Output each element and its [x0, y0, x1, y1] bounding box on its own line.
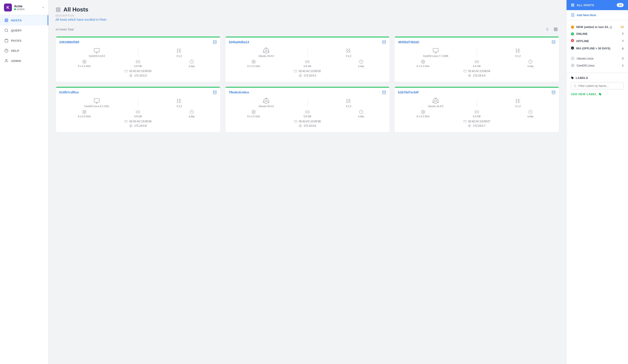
- dropdown-arrow-icon[interactable]: ▼: [42, 6, 44, 9]
- labels-header: LABELS: [571, 76, 624, 79]
- svg-point-178: [574, 59, 574, 59]
- host-hw-row: 6 x 2.2 GHz 5.8 GB a day: [229, 60, 386, 68]
- host-osquery-item: 4.1.2: [142, 48, 217, 57]
- mia-status-icon: ☠: [571, 47, 574, 51]
- logo-area[interactable]: K Acme ADMIN ▼: [0, 0, 48, 15]
- host-cpu-item: 6 x 2.2 GHz: [398, 110, 448, 118]
- host-cpu-item: 6 x 2.2 GHz: [229, 110, 279, 118]
- new-count: 14: [621, 25, 624, 29]
- logo-text: Acme ADMIN: [14, 4, 24, 10]
- view-toggles: [543, 26, 559, 33]
- host-name[interactable]: 4655bd7362a5: [398, 40, 419, 44]
- filter-online[interactable]: ONLINE 7: [571, 30, 624, 37]
- svg-rect-1: [5, 20, 8, 21]
- help-icon: [4, 49, 8, 53]
- page-title: All Hosts: [64, 6, 88, 13]
- online-indicator: [14, 8, 16, 10]
- host-name[interactable]: 614fb7cdf0ce: [59, 90, 79, 94]
- host-cpu: 6 x 2.2 GHz: [247, 65, 260, 68]
- host-mac: 02:42:AC:13:00:03: [129, 70, 151, 73]
- add-new-host-button[interactable]: Add New Host: [566, 10, 628, 20]
- right-panel: ALL HOSTS 14 Add New Host NEW (added in …: [566, 0, 628, 364]
- new-label: NEW (added in last 24...): [576, 25, 612, 29]
- svg-point-142: [435, 100, 437, 102]
- host-ram-item: 5.8 GB: [452, 110, 502, 118]
- host-os-item: Ubuntu 20.4.0: [229, 98, 304, 108]
- host-ram: 5.8 GB: [473, 115, 480, 118]
- host-osquery: 4.1.2: [515, 105, 521, 108]
- filter-offline[interactable]: OFFLINE 7: [571, 37, 624, 45]
- svg-rect-51: [253, 61, 254, 63]
- label-search-input[interactable]: [578, 84, 621, 87]
- centos-label: CentOS Linux: [577, 64, 595, 67]
- add-label-button[interactable]: ADD NEW LABEL: [571, 92, 624, 96]
- sidebar-item-packs[interactable]: PACKS: [0, 35, 48, 46]
- svg-rect-70: [433, 49, 438, 52]
- host-name[interactable]: b2b76d7ec64f: [398, 90, 418, 94]
- add-label-icon: [599, 93, 602, 96]
- osquery-icon: [345, 98, 352, 104]
- mac-icon: [294, 70, 297, 73]
- svg-rect-63: [294, 70, 297, 72]
- host-osquery-item: 4.1.2: [142, 98, 217, 108]
- host-card[interactable]: b2b76d7ec64f Ubuntu 16.4.0 4.1.2: [394, 87, 559, 133]
- online-count: 7: [622, 32, 624, 35]
- host-card[interactable]: 4655bd7362a5 CentOS Linux 7.7.1908 4.1.2: [394, 36, 559, 82]
- svg-rect-73: [421, 60, 424, 63]
- search-icon: [574, 84, 577, 87]
- host-card[interactable]: 324fad4dba13 Ubuntu 18.4.0 4.1.2: [225, 36, 390, 82]
- svg-rect-56: [306, 61, 309, 63]
- grid-view-toggle[interactable]: [552, 26, 559, 33]
- host-name[interactable]: 7fbe8cdc4dce: [229, 90, 249, 94]
- host-card[interactable]: 614fb7cdf0ce CentOS Linux 8.1.1911 4.1.2: [56, 87, 221, 133]
- host-ip: 172.19.0.8: [134, 124, 147, 127]
- host-ram: 5.8 GB: [134, 65, 142, 68]
- sidebar-item-help[interactable]: HELP: [0, 46, 48, 56]
- svg-rect-93: [94, 99, 99, 102]
- svg-rect-134: [294, 120, 297, 122]
- ip-icon: [468, 124, 471, 127]
- offline-count: 7: [622, 39, 624, 43]
- host-mac-row: 02:42:AC:13:00:02: [229, 70, 386, 73]
- os-ubuntu[interactable]: Ubuntu Linux 8: [571, 55, 624, 62]
- label-search-box[interactable]: [571, 82, 624, 89]
- svg-point-3: [5, 29, 7, 31]
- host-card[interactable]: 2491988ef585 CentOS 6.10.0 4.1.2: [56, 36, 221, 82]
- svg-point-177: [572, 57, 573, 57]
- host-mac-row: 02:42:AC:13:00:08: [59, 120, 217, 123]
- host-name[interactable]: 2491988ef585: [59, 40, 79, 44]
- filter-mia[interactable]: ☠ MIA (offline > 30 days) 0: [571, 45, 624, 52]
- ubuntu-icon: [571, 57, 574, 60]
- page-header: All Hosts: [56, 6, 559, 13]
- host-osquery-item: 4.1.2: [480, 48, 555, 57]
- sidebar-item-admin[interactable]: ADMIN: [0, 56, 48, 66]
- filter-new[interactable]: NEW (added in last 24...) 14: [571, 24, 624, 30]
- svg-point-145: [433, 102, 434, 103]
- host-os-row: Ubuntu 18.4.0 4.1.2: [229, 48, 386, 57]
- host-ip-row: 172.19.0.8: [59, 124, 217, 127]
- mia-label: MIA (offline > 30 days): [576, 47, 610, 50]
- host-mac: 02:42:AC:13:00:06: [299, 120, 321, 123]
- host-name[interactable]: 324fad4dba13: [229, 40, 249, 44]
- host-cpu: 6 x 2.2 GHz: [78, 65, 91, 68]
- svg-point-118: [266, 98, 267, 99]
- ip-icon: [468, 74, 471, 77]
- divider: [307, 98, 308, 107]
- svg-rect-127: [306, 111, 309, 113]
- host-uptime: a day: [358, 65, 364, 68]
- list-view-toggle[interactable]: [543, 26, 550, 33]
- host-mac: 02:42:AC:13:00:04: [468, 70, 490, 73]
- host-db-icon: [382, 90, 386, 94]
- packs-icon: [4, 39, 8, 43]
- host-osquery: 4.1.2: [346, 55, 351, 57]
- host-hw-row: 6 x 2.2 GHz 5.8 GB a day: [398, 110, 555, 118]
- ip-icon: [299, 74, 302, 77]
- host-hw-row: 6 x 2.2 GHz 5.8 GB a day: [229, 110, 386, 118]
- os-centos[interactable]: CentOS Linux 6: [571, 62, 624, 69]
- sidebar-item-query[interactable]: QUERY: [0, 25, 48, 35]
- svg-rect-96: [83, 110, 86, 113]
- host-uptime-item: a day: [166, 60, 217, 68]
- sidebar-item-hosts[interactable]: HOSTS: [0, 15, 48, 25]
- svg-rect-97: [83, 111, 85, 113]
- host-card[interactable]: 7fbe8cdc4dce Ubuntu 20.4.0 4.1.2: [225, 87, 390, 133]
